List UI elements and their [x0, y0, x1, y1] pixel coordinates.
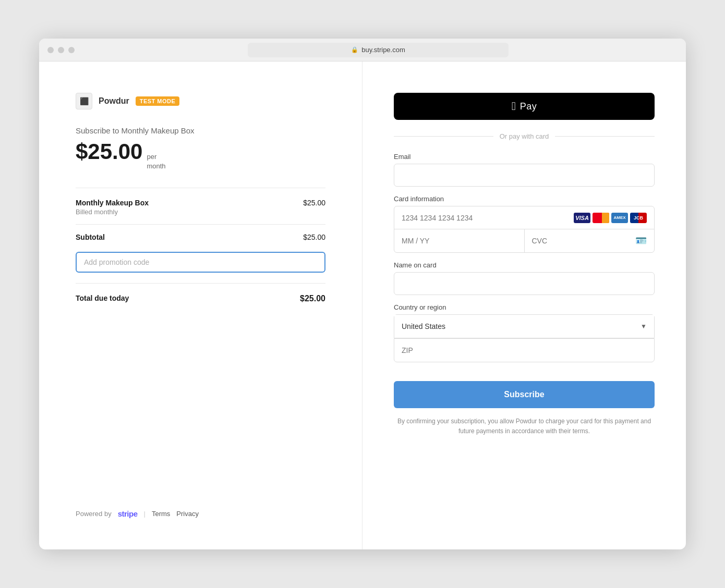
privacy-link[interactable]: Privacy	[176, 510, 199, 518]
or-pay-text: Or pay with card	[500, 132, 549, 140]
card-expiry-wrap	[394, 229, 525, 252]
divider-line-right	[555, 136, 655, 137]
browser-bar: 🔒 buy.stripe.com	[39, 39, 686, 62]
apple-pay-button[interactable]:  Pay	[394, 93, 655, 120]
card-cvc-input[interactable]	[532, 237, 636, 245]
name-on-card-group: Name on card	[394, 261, 655, 295]
line-item-billing: Billed monthly	[76, 208, 149, 216]
footer-left: Powered by stripe | Terms Privacy	[76, 488, 325, 518]
merchant-icon: ⬛	[76, 93, 92, 109]
line-item-name: Monthly Makeup Box	[76, 199, 149, 207]
zip-input[interactable]	[394, 339, 654, 362]
consent-text: By confirming your subscription, you all…	[394, 416, 655, 436]
subtotal-value: $25.00	[303, 233, 325, 241]
merchant-name: Powdur	[99, 96, 129, 106]
card-icons: VISA AMEX JCB	[574, 213, 647, 223]
line-item-details: Monthly Makeup Box Billed monthly	[76, 199, 149, 216]
card-expiry-input[interactable]	[402, 237, 517, 245]
total-label: Total due today	[76, 294, 129, 303]
card-info-group: Card information VISA AMEX JCB	[394, 195, 655, 253]
powered-by-text: Powered by	[76, 510, 112, 518]
browser-window: 🔒 buy.stripe.com ⬛ Powdur TEST MODE Subs…	[39, 39, 686, 549]
line-items: Monthly Makeup Box Billed monthly $25.00…	[76, 188, 325, 303]
subscription-title: Subscribe to Monthly Makeup Box	[76, 126, 325, 135]
url-text: buy.stripe.com	[361, 46, 405, 54]
visa-icon: VISA	[574, 213, 590, 223]
right-panel:  Pay Or pay with card Email Card inform…	[362, 62, 686, 549]
name-on-card-input[interactable]	[394, 272, 655, 295]
test-mode-badge: TEST MODE	[136, 96, 180, 106]
country-label: Country or region	[394, 303, 655, 311]
price-amount: $25.00	[76, 139, 142, 164]
card-row-bottom: 🪪	[394, 229, 654, 252]
name-on-card-label: Name on card	[394, 261, 655, 269]
zip-input-wrap	[394, 338, 655, 362]
subscribe-button[interactable]: Subscribe	[394, 381, 655, 408]
total-value: $25.00	[300, 294, 325, 303]
divider-line-left	[394, 136, 493, 137]
jcb-icon: JCB	[630, 213, 647, 223]
stripe-logo: stripe	[118, 509, 138, 518]
traffic-light-red	[47, 47, 54, 53]
country-select-container: United States Canada United Kingdom Aust…	[394, 314, 655, 338]
mastercard-icon	[593, 213, 609, 223]
address-bar: 🔒 buy.stripe.com	[248, 43, 509, 57]
merchant-header: ⬛ Powdur TEST MODE	[76, 93, 325, 109]
traffic-light-green	[68, 47, 75, 53]
traffic-light-yellow	[58, 47, 64, 53]
email-input[interactable]	[394, 164, 655, 187]
amex-icon: AMEX	[611, 213, 628, 223]
subtotal-label: Subtotal	[76, 233, 105, 241]
line-item-price: $25.00	[303, 199, 325, 207]
left-panel: ⬛ Powdur TEST MODE Subscribe to Monthly …	[39, 62, 362, 549]
card-number-row: VISA AMEX JCB	[394, 206, 654, 229]
total-row: Total due today $25.00	[76, 283, 325, 303]
email-label: Email	[394, 153, 655, 161]
subtotal-row: Subtotal $25.00	[76, 224, 325, 241]
email-group: Email	[394, 153, 655, 187]
price-row: $25.00 per month	[76, 139, 325, 171]
merchant-icon-glyph: ⬛	[80, 97, 89, 105]
country-region-group: Country or region United States Canada U…	[394, 303, 655, 362]
card-info-label: Card information	[394, 195, 655, 203]
card-info-fields: VISA AMEX JCB 🪪	[394, 206, 655, 253]
promo-code-input[interactable]	[76, 252, 325, 273]
price-period: per month	[147, 152, 165, 171]
page-content: ⬛ Powdur TEST MODE Subscribe to Monthly …	[39, 62, 686, 549]
terms-link[interactable]: Terms	[152, 510, 170, 518]
line-item: Monthly Makeup Box Billed monthly $25.00	[76, 199, 325, 216]
country-select[interactable]: United States Canada United Kingdom Aust…	[394, 315, 654, 338]
or-divider: Or pay with card	[394, 132, 655, 140]
apple-icon: 	[512, 100, 516, 113]
lock-icon: 🔒	[351, 46, 358, 53]
card-number-input[interactable]	[402, 214, 574, 222]
card-cvc-wrap: 🪪	[525, 229, 655, 252]
apple-pay-label: Pay	[520, 101, 537, 112]
footer-divider: |	[144, 510, 146, 518]
left-main-content: ⬛ Powdur TEST MODE Subscribe to Monthly …	[76, 93, 325, 303]
cvc-card-icon: 🪪	[635, 235, 647, 247]
